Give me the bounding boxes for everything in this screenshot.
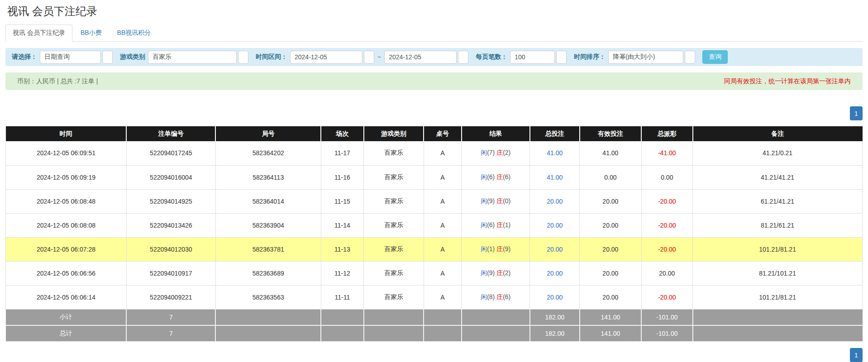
total-bet-link[interactable]: 41.00 <box>547 149 563 157</box>
cell-payout: -20.00 <box>641 285 693 309</box>
cell-payout: -20.00 <box>641 213 693 237</box>
total-bet-link[interactable]: 20.00 <box>547 222 563 229</box>
cell-valid-bet: 20.00 <box>580 237 641 261</box>
cell-result: 闲(9) 庄(2) <box>462 261 530 285</box>
date-from-input[interactable] <box>290 51 362 64</box>
tab-bb-video-points[interactable]: BB视讯积分 <box>110 24 158 42</box>
cell-valid-bet: 20.00 <box>580 189 641 213</box>
result-score: (6) <box>487 221 496 229</box>
result-score: (6) <box>503 293 510 300</box>
sum-empty <box>424 309 461 325</box>
table-row: 2024-12-05 06:09:19522094016004582364113… <box>6 165 863 189</box>
result-player: 闲 <box>481 269 487 276</box>
total-bet-link[interactable]: 20.00 <box>547 294 563 301</box>
query-type-label: 请选择： <box>12 53 37 61</box>
table-head: 时间 注单编号 局号 场次 游戏类别 桌号 结果 总投注 有效投注 总派彩 备注 <box>6 126 863 141</box>
sum-empty <box>215 309 321 325</box>
header-time: 时间 <box>6 126 127 141</box>
per-page-label: 每页笔数： <box>476 53 507 61</box>
sum-payout: -101.00 <box>641 325 693 342</box>
cell-table-no: A <box>424 141 461 165</box>
result-banker: 庄 <box>496 197 503 205</box>
cell-table-no: A <box>424 261 461 285</box>
date-to-input[interactable] <box>384 51 457 64</box>
cell-session: 11-14 <box>321 213 364 237</box>
cell-table-no: A <box>424 285 461 309</box>
grandtotal-row: 总计7182.00141.00-101.00 <box>6 325 863 342</box>
cell-result: 闲(8) 庄(6) <box>462 285 530 309</box>
cell-result: 闲(6) 庄(6) <box>462 165 530 189</box>
cell-game-type: 百家乐 <box>364 213 424 237</box>
per-page-dropdown-box[interactable] <box>556 51 567 64</box>
cell-payout: 0.00 <box>641 165 693 189</box>
total-bet-link[interactable]: 20.00 <box>547 270 563 277</box>
cell-total-bet: 20.00 <box>530 237 580 261</box>
page-1-button-bottom[interactable]: 1 <box>850 348 863 362</box>
cell-result: 闲(6) 庄(1) <box>462 213 530 237</box>
cell-valid-bet: 20.00 <box>580 213 641 237</box>
cell-bet-id: 522094010917 <box>126 261 215 285</box>
table-row: 2024-12-05 06:07:28522094012030582363781… <box>6 237 863 261</box>
pagination-bottom: 1 <box>5 348 863 362</box>
total-bet-link[interactable]: 41.00 <box>547 174 563 181</box>
tab-video-bet-records[interactable]: 视讯 会员下注纪录 <box>5 24 72 42</box>
time-sort-label: 时间排序： <box>574 53 606 61</box>
result-score: (0) <box>503 197 510 205</box>
cell-remark: 81.21/101.21 <box>693 261 863 285</box>
cell-bet-id: 522094009221 <box>126 285 215 309</box>
per-page-input[interactable] <box>510 51 555 64</box>
date-to-dropdown-box[interactable] <box>458 51 468 64</box>
search-button[interactable]: 查询 <box>702 50 728 64</box>
tab-bb-tips[interactable]: BB小费 <box>73 24 109 42</box>
game-type-dropdown-box[interactable] <box>238 51 248 64</box>
cell-total-bet: 20.00 <box>530 285 580 309</box>
result-banker: 庄 <box>496 245 503 252</box>
cell-bet-id: 522094017245 <box>126 141 215 165</box>
header-round-id: 局号 <box>215 126 321 141</box>
sum-empty <box>364 325 424 342</box>
time-sort-dropdown-box[interactable] <box>685 51 695 64</box>
header-table-no: 桌号 <box>424 126 461 141</box>
cell-time: 2024-12-05 06:07:28 <box>6 237 127 261</box>
cell-remark: 101.21/81.21 <box>693 285 863 309</box>
query-type-dropdown-box[interactable] <box>102 51 113 64</box>
cell-game-type: 百家乐 <box>364 165 424 189</box>
date-from-dropdown-box[interactable] <box>364 51 374 64</box>
sum-empty <box>693 325 863 342</box>
sum-payout: -101.00 <box>641 309 693 325</box>
sum-empty <box>321 325 364 342</box>
header-result: 结果 <box>462 126 530 141</box>
cell-result: 闲(9) 庄(0) <box>462 189 530 213</box>
query-type-select[interactable] <box>40 51 101 64</box>
sum-empty <box>462 325 530 342</box>
cell-round-id: 582364202 <box>215 141 321 165</box>
header-game-type: 游戏类别 <box>364 126 424 141</box>
game-type-select[interactable] <box>148 51 237 64</box>
header-payout: 总派彩 <box>641 126 693 141</box>
same-round-notice: 同局有效投注，统一计算在该局第一张注单内 <box>724 77 851 86</box>
result-banker: 庄 <box>496 149 503 156</box>
cell-remark: 41.21/41.21 <box>693 165 863 189</box>
total-bet-link[interactable]: 20.00 <box>547 246 563 253</box>
time-sort-select[interactable] <box>608 51 683 64</box>
table-header-row: 时间 注单编号 局号 场次 游戏类别 桌号 结果 总投注 有效投注 总派彩 备注 <box>6 126 863 141</box>
result-player: 闲 <box>481 245 487 252</box>
cell-table-no: A <box>424 165 461 189</box>
sum-total-bet: 182.00 <box>530 309 580 325</box>
result-score: (2) <box>503 269 510 276</box>
page-1-button[interactable]: 1 <box>850 106 863 120</box>
total-bet-link[interactable]: 20.00 <box>547 198 563 205</box>
result-score: (1) <box>503 221 510 229</box>
cell-payout: -20.00 <box>641 237 693 261</box>
cell-total-bet: 20.00 <box>530 213 580 237</box>
result-banker: 庄 <box>496 269 503 276</box>
cell-round-id: 582364113 <box>215 165 321 189</box>
header-bet-id: 注单编号 <box>126 126 215 141</box>
cell-bet-id: 522094014925 <box>126 189 215 213</box>
cell-session: 11-15 <box>321 189 364 213</box>
cell-time: 2024-12-05 06:08:08 <box>6 213 127 237</box>
result-banker: 庄 <box>496 221 503 229</box>
table-body: 2024-12-05 06:09:51522094017245582364202… <box>6 141 863 342</box>
sum-label: 总计 <box>6 325 127 342</box>
cell-bet-id: 522094013426 <box>126 213 215 237</box>
